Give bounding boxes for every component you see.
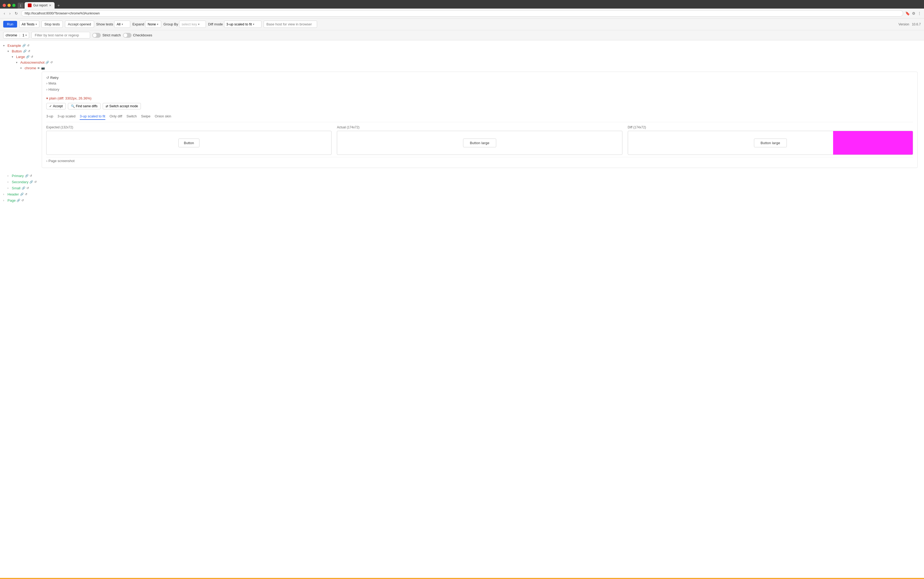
page-screenshot-row[interactable]: › Page screenshot <box>46 157 913 165</box>
diff-section: ▾ plain (diff: 3302px, 26.36%) ✓ Accept <box>46 95 913 165</box>
tab-num: 1 <box>20 4 21 7</box>
checkboxes-knob <box>124 33 127 37</box>
history-row[interactable]: › History <box>46 87 913 93</box>
diff-image-box: Button large <box>628 131 913 155</box>
button-retry-icon[interactable]: ↺ <box>28 49 30 53</box>
diff-title[interactable]: ▾ plain (diff: 3302px, 26.36%) <box>46 95 913 101</box>
run-button[interactable]: Run <box>3 21 17 28</box>
tab-switch[interactable]: Switch <box>126 113 137 120</box>
example-chevron-icon: ▾ <box>3 44 7 47</box>
button-link-icon[interactable]: 🔗 <box>23 49 27 53</box>
retry-button[interactable]: ↺ Retry <box>46 75 59 80</box>
tree-item-example: ▾ Example 🔗 ↺ ▾ Button 🔗 ↺ ▾ Large <box>3 43 921 172</box>
secondary-retry-icon[interactable]: ↺ <box>34 180 37 184</box>
group-by-select[interactable]: select key ▾ <box>179 21 206 28</box>
chrome-row[interactable]: ▾ chrome 👁 📷 <box>20 65 921 70</box>
example-row[interactable]: ▾ Example 🔗 ↺ <box>3 43 921 48</box>
diff-mode-select[interactable]: 3-up scaled to fit ▾ <box>224 21 261 28</box>
tab-favicon-icon <box>28 3 31 7</box>
page-row[interactable]: › Page 🔗 ↺ <box>3 198 921 203</box>
header-row[interactable]: › Header 🔗 ↺ <box>3 192 921 197</box>
accept-opened-button[interactable]: Accept opened <box>65 21 94 28</box>
small-retry-icon[interactable]: ↺ <box>26 186 29 190</box>
version-label: Version <box>899 23 909 26</box>
header-link-icon[interactable]: 🔗 <box>20 193 24 196</box>
example-retry-icon[interactable]: ↺ <box>27 44 29 47</box>
tree-item-large: ▾ Large 🔗 ↺ ▾ Autoscreenshot 🔗 ↺ <box>12 54 921 171</box>
tree-item-button: ▾ Button 🔗 ↺ ▾ Large 🔗 ↺ <box>8 48 921 171</box>
example-link-icon[interactable]: 🔗 <box>22 44 26 47</box>
accept-button[interactable]: ✓ Accept <box>46 103 66 110</box>
minimize-dot[interactable] <box>8 4 11 7</box>
large-retry-icon[interactable]: ↺ <box>31 55 33 59</box>
tab-onion-skin[interactable]: Onion skin <box>155 113 171 120</box>
chrome-select[interactable]: chrome | 1 ▾ <box>3 32 29 39</box>
tab-only-diff[interactable]: Only diff <box>109 113 122 120</box>
all-tests-select[interactable]: All Tests ▾ <box>19 21 39 28</box>
show-tests-select[interactable]: All ▾ <box>114 21 130 28</box>
large-link-icon[interactable]: 🔗 <box>26 55 30 59</box>
main-content: ▾ Example 🔗 ↺ ▾ Button 🔗 ↺ ▾ Large <box>0 40 924 579</box>
button-chevron-icon: ▾ <box>8 50 11 53</box>
primary-label: Primary <box>12 174 24 178</box>
auto-retry-icon[interactable]: ↺ <box>50 61 53 64</box>
close-dot[interactable] <box>3 4 6 7</box>
tab-close-icon[interactable]: ✕ <box>49 4 51 7</box>
stop-tests-button[interactable]: Stop tests <box>41 21 63 28</box>
diff-preview-button[interactable]: Button large <box>754 139 787 147</box>
page-link-icon[interactable]: 🔗 <box>16 199 20 202</box>
expand-select[interactable]: None ▾ <box>145 21 161 28</box>
reload-button[interactable]: ↻ <box>14 11 19 16</box>
menu-icon[interactable]: ⋮ <box>917 11 921 16</box>
expand-value: None <box>148 22 156 26</box>
tab-3up[interactable]: 3-up <box>46 113 53 120</box>
switch-accept-mode-button[interactable]: ⇄ Switch accept mode <box>103 103 141 110</box>
chrome-camera-icon[interactable]: 📷 <box>41 66 45 70</box>
primary-row[interactable]: › Primary 🔗 ↺ <box>8 173 921 178</box>
forward-button[interactable]: › <box>8 11 12 16</box>
meta-chevron-icon: › <box>46 81 47 85</box>
find-icon: 🔍 <box>71 104 75 108</box>
fullscreen-dot[interactable] <box>12 4 16 7</box>
tree-item-secondary: › Secondary 🔗 ↺ <box>8 179 921 185</box>
large-row[interactable]: ▾ Large 🔗 ↺ <box>12 54 921 59</box>
find-same-diffs-button[interactable]: 🔍 Find same diffs <box>68 103 101 110</box>
base-host-input[interactable] <box>264 21 317 28</box>
header-retry-icon[interactable]: ↺ <box>25 193 27 196</box>
bookmark-icon[interactable]: 🔖 <box>905 11 910 16</box>
checkboxes-toggle[interactable] <box>123 33 132 38</box>
strict-match-label: Strict match <box>103 33 121 37</box>
expected-preview-button[interactable]: Button <box>178 139 200 147</box>
primary-link-icon[interactable]: 🔗 <box>25 174 29 178</box>
tab-3up-scaled[interactable]: 3-up scaled <box>57 113 75 120</box>
page-retry-icon[interactable]: ↺ <box>21 199 24 202</box>
accept-label: Accept <box>53 104 63 108</box>
small-link-icon[interactable]: 🔗 <box>22 186 25 190</box>
secondary-row[interactable]: › Secondary 🔗 ↺ <box>8 180 921 185</box>
auto-link-icon[interactable]: 🔗 <box>46 61 49 64</box>
actual-preview-button[interactable]: Button large <box>463 139 496 147</box>
all-tests-chevron-icon: ▾ <box>36 23 37 26</box>
diff-collapse-icon: ▾ <box>46 96 48 100</box>
address-input[interactable] <box>21 10 903 16</box>
new-tab-button[interactable]: + <box>56 3 61 8</box>
button-row[interactable]: ▾ Button 🔗 ↺ <box>8 49 921 54</box>
autoscreenshot-row[interactable]: ▾ Autoscreenshot 🔗 ↺ <box>16 60 921 65</box>
secondary-toolbar: chrome | 1 ▾ Strict match Checkboxes <box>0 30 924 40</box>
accept-check-icon: ✓ <box>49 104 52 108</box>
meta-row[interactable]: › Meta <box>46 80 913 87</box>
tab-swipe[interactable]: Swipe <box>141 113 150 120</box>
secondary-link-icon[interactable]: 🔗 <box>29 180 33 184</box>
strict-match-toggle[interactable] <box>92 33 101 38</box>
primary-retry-icon[interactable]: ↺ <box>30 174 32 178</box>
show-tests-group: Show tests All ▾ <box>96 21 131 28</box>
small-row[interactable]: › Small 🔗 ↺ <box>8 186 921 191</box>
tab-3up-scaled-to-fit[interactable]: 3-up scaled to fit <box>80 113 105 120</box>
header-label: Header <box>8 192 19 196</box>
extension-icon[interactable]: ⚙ <box>912 11 916 16</box>
chrome-eye-icon[interactable]: 👁 <box>37 67 40 70</box>
browser-tab-active[interactable]: Gui report ✕ <box>24 2 54 8</box>
filter-input[interactable] <box>31 32 90 39</box>
back-button[interactable]: ‹ <box>3 11 6 16</box>
expand-label: Expand <box>132 22 144 26</box>
